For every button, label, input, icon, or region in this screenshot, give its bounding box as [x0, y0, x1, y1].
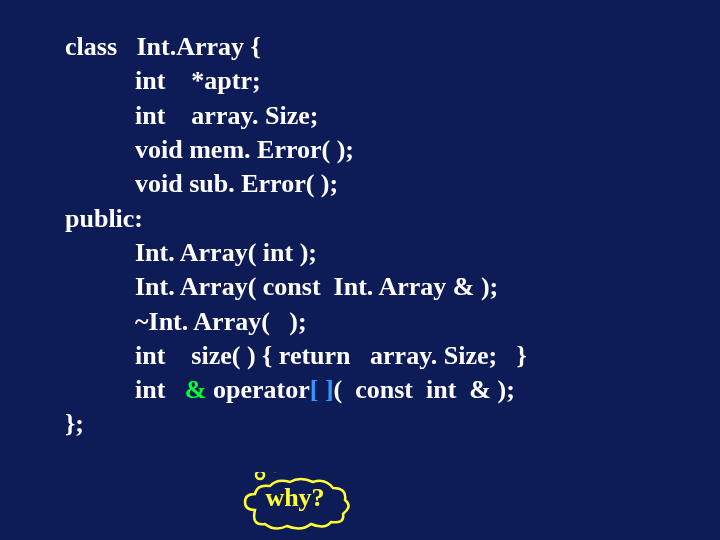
code-line-8: Int. Array( const Int. Array & );: [0, 270, 720, 304]
brackets-highlight: [ ]: [310, 375, 334, 404]
code-line-7: Int. Array( int );: [0, 236, 720, 270]
code-line-2: int *aptr;: [0, 64, 720, 98]
code-line-6: public:: [0, 202, 720, 236]
why-label: why?: [235, 472, 355, 524]
code-line-11: int & operator[ ]( const int & );: [0, 373, 720, 407]
code-line-4: void mem. Error( );: [0, 133, 720, 167]
code-seg-11b: operator: [207, 375, 310, 404]
why-callout: why?: [235, 472, 355, 527]
code-line-10: int size( ) { return array. Size; }: [0, 339, 720, 373]
slide: class Int.Array { int *aptr; int array. …: [0, 0, 720, 540]
code-seg-11c: ( const int & );: [334, 375, 515, 404]
code-line-12: };: [0, 407, 720, 441]
code-line-3: int array. Size;: [0, 99, 720, 133]
code-line-5: void sub. Error( );: [0, 167, 720, 201]
code-seg-11a: int: [135, 375, 185, 404]
ampersand-highlight: &: [185, 375, 207, 404]
code-line-9: ~Int. Array( );: [0, 305, 720, 339]
code-line-1: class Int.Array {: [0, 30, 720, 64]
